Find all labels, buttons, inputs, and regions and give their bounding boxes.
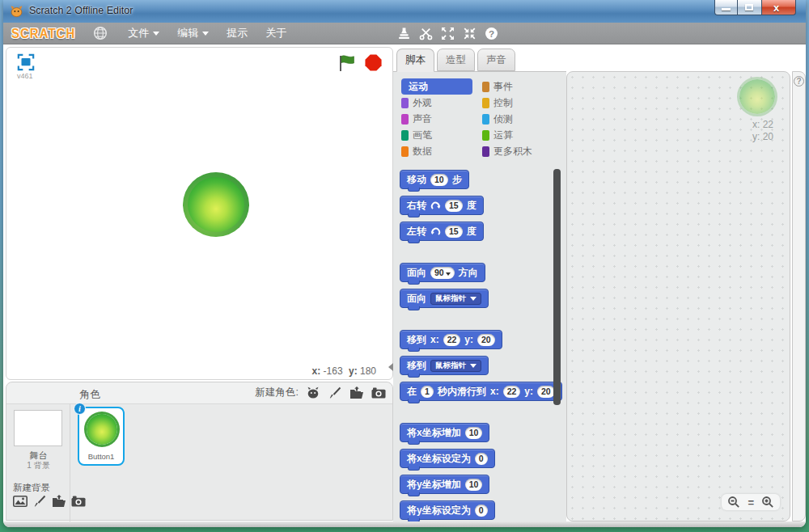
sprite-library-icon[interactable]: [306, 386, 320, 399]
language-globe-icon[interactable]: [93, 26, 108, 40]
number-input[interactable]: 22: [443, 334, 461, 346]
main-content: v461 x: -163 y: 180 角色 新建角色:: [3, 44, 806, 521]
stamp-duplicate-icon[interactable]: [397, 27, 411, 40]
camera-icon[interactable]: [371, 386, 386, 399]
block-point-direction[interactable]: 面向90方向: [400, 263, 485, 282]
scratch-cat-icon: [10, 4, 23, 18]
number-input[interactable]: 1: [421, 386, 434, 398]
sprite-info-badge[interactable]: i: [74, 403, 86, 415]
number-input[interactable]: 20: [477, 334, 495, 346]
menu-item-tips[interactable]: 提示: [218, 23, 256, 44]
zoom-reset-button[interactable]: =: [748, 496, 754, 509]
tab-scripts[interactable]: 脚本: [396, 49, 434, 72]
fullscreen-icon[interactable]: [16, 53, 36, 71]
upload-folder-icon[interactable]: [52, 495, 66, 508]
category-sound[interactable]: 声音: [401, 111, 482, 127]
block-glide-to-xy[interactable]: 在1秒内滑行到x:22y:20: [400, 382, 562, 401]
category-events[interactable]: 事件: [482, 78, 560, 95]
scissors-delete-icon[interactable]: [419, 27, 433, 40]
help-strip: ?: [792, 71, 806, 521]
number-input[interactable]: 10: [465, 427, 483, 439]
mouse-y-value: 180: [360, 365, 376, 377]
block-change-y[interactable]: 将y坐标增加10: [400, 475, 489, 494]
paintbrush-icon[interactable]: [32, 495, 47, 508]
block-set-x[interactable]: 将x坐标设定为0: [400, 449, 495, 468]
green-flag-icon[interactable]: [337, 53, 357, 73]
chevron-down-icon: [202, 32, 209, 36]
close-button[interactable]: x: [761, 0, 796, 15]
category-pen[interactable]: 画笔: [401, 127, 482, 143]
blocks-palette: 运动外观声音画笔数据事件控制侦测运算更多积木 移动10步右转15度左转15度面向…: [393, 71, 566, 521]
scratch-logo[interactable]: SCRATCH: [11, 26, 75, 40]
backdrop-count: 1 背景: [6, 460, 70, 471]
camera-icon[interactable]: [71, 495, 86, 508]
maximize-button[interactable]: [738, 0, 761, 15]
zoom-in-icon[interactable]: [761, 496, 774, 509]
category-looks[interactable]: 外观: [401, 95, 482, 111]
number-input[interactable]: 15: [445, 226, 463, 238]
number-input[interactable]: 10: [430, 174, 448, 186]
sprites-header: 角色 新建角色:: [6, 382, 392, 404]
backdrop-library-icon[interactable]: [13, 495, 28, 508]
category-data[interactable]: 数据: [401, 143, 482, 159]
category-motion[interactable]: 运动: [401, 78, 472, 95]
grow-sprite-icon[interactable]: [441, 27, 455, 40]
number-input[interactable]: 0: [475, 453, 488, 465]
dropdown-select[interactable]: 鼠标指针: [430, 293, 481, 305]
number-input[interactable]: 15: [445, 200, 463, 212]
chevron-down-icon: [446, 272, 451, 276]
shrink-sprite-icon[interactable]: [463, 27, 477, 40]
block-move-steps[interactable]: 移动10步: [400, 170, 469, 189]
menu-bar: SCRATCH 文件编辑提示关于: [3, 23, 806, 44]
sprite-name: Button1: [79, 452, 123, 461]
stage-sprite-button[interactable]: [183, 172, 249, 237]
editor-tabs: 脚本造型声音: [396, 49, 518, 72]
paintbrush-icon[interactable]: [328, 386, 342, 399]
palette-blocks: 移动10步右转15度左转15度面向90方向面向鼠标指针移到x:22y:20移到鼠…: [400, 170, 566, 521]
stop-sign-icon[interactable]: [364, 53, 383, 72]
menu-items: 文件编辑提示关于: [119, 23, 295, 44]
menu-item-file[interactable]: 文件: [119, 23, 168, 44]
palette-scrollbar[interactable]: [553, 169, 561, 405]
window-title: Scratch 2 Offline Editor: [29, 5, 133, 16]
category-color-swatch: [401, 98, 409, 108]
block-set-y[interactable]: 将y坐标设定为0: [400, 500, 495, 520]
block-goto-mouse[interactable]: 移到鼠标指针: [400, 356, 489, 375]
help-icon[interactable]: ?: [794, 76, 804, 87]
category-control[interactable]: 控制: [482, 95, 560, 111]
upload-folder-icon[interactable]: [349, 386, 364, 399]
number-dropdown[interactable]: 90: [430, 267, 455, 279]
block-goto-xy[interactable]: 移到x:22y:20: [400, 330, 502, 349]
tab-costumes[interactable]: 造型: [437, 49, 475, 71]
script-area[interactable]: x: 22 y: 20 =: [566, 71, 790, 521]
block-turn-left[interactable]: 左转15度: [400, 222, 484, 241]
category-sensing[interactable]: 侦测: [482, 111, 560, 127]
svg-text:?: ?: [489, 27, 494, 38]
category-more-blocks[interactable]: 更多积木: [482, 143, 560, 159]
block-change-x[interactable]: 将x坐标增加10: [400, 423, 489, 442]
stage-thumbnail[interactable]: [14, 410, 62, 446]
category-operators[interactable]: 运算: [482, 127, 560, 143]
chevron-down-icon: [470, 297, 477, 301]
number-input[interactable]: 0: [475, 505, 488, 517]
menu-item-about[interactable]: 关于: [256, 23, 295, 44]
minimize-button[interactable]: [714, 0, 738, 15]
sprites-title: 角色: [79, 387, 100, 402]
category-color-swatch: [482, 98, 489, 108]
menu-item-edit[interactable]: 编辑: [168, 23, 218, 44]
dropdown-select[interactable]: 鼠标指针: [430, 360, 481, 372]
sprite-thumbnail-image: [87, 414, 117, 445]
sprite-thumbnail-button1[interactable]: i Button1: [78, 407, 125, 466]
block-turn-right[interactable]: 右转15度: [400, 196, 484, 215]
number-input[interactable]: 20: [537, 386, 555, 398]
block-help-icon[interactable]: ?: [485, 27, 498, 40]
new-sprite-label: 新建角色:: [256, 386, 299, 399]
number-input[interactable]: 10: [465, 479, 483, 491]
number-input[interactable]: 22: [503, 386, 521, 398]
window-bottom-frame: [3, 521, 806, 527]
zoom-out-icon[interactable]: [727, 496, 740, 509]
mouse-coordinates: x: -163 y: 180: [312, 365, 379, 377]
block-point-towards[interactable]: 面向鼠标指针: [400, 289, 489, 308]
category-color-swatch: [401, 114, 409, 125]
tab-sounds[interactable]: 声音: [477, 49, 515, 71]
